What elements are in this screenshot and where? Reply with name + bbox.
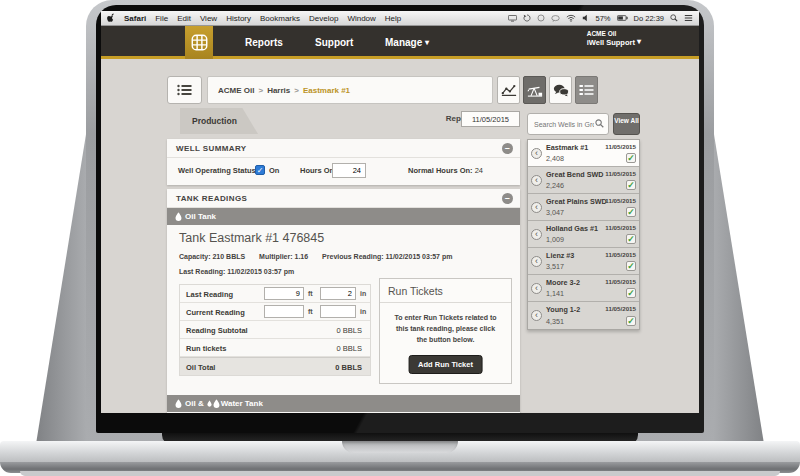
menubar-item[interactable]: Develop: [309, 14, 338, 23]
tank-readings-title: TANK READINGS: [176, 194, 247, 203]
chevron-left-icon[interactable]: ‹: [531, 175, 542, 186]
spotlight-icon[interactable]: [670, 14, 678, 22]
circle-icon[interactable]: [537, 14, 545, 22]
menubar-item[interactable]: Safari: [124, 14, 146, 23]
collapse-well-summary-button[interactable]: –: [502, 143, 513, 154]
menubar-item[interactable]: Edit: [177, 14, 191, 23]
account-menu[interactable]: ACME Oil iWell Support ▾: [587, 30, 641, 48]
well-name: Holland Gas #1: [546, 224, 598, 233]
hours-on-label: Hours On: [300, 166, 334, 175]
water-droplet-icon: [207, 400, 212, 407]
tank-readings-panel: TANK READINGS – Oil Tank Tank Eastmark #…: [167, 189, 520, 413]
display-icon[interactable]: [508, 15, 517, 22]
well-date: 11/05/2015: [605, 197, 636, 204]
well-list-toggle-button[interactable]: [167, 76, 202, 104]
breadcrumb-group[interactable]: ACME Oil: [218, 86, 254, 95]
chat-icon[interactable]: [551, 15, 560, 22]
sync-icon[interactable]: [523, 14, 531, 22]
well-value: 4,351: [546, 317, 564, 326]
search-icon: [595, 119, 604, 128]
chevron-left-icon[interactable]: ‹: [531, 256, 542, 267]
well-list-item[interactable]: ‹ Young 1-2 4,351 11/05/2015 ✓: [528, 302, 639, 329]
battery-icon[interactable]: [617, 15, 628, 21]
production-view-button[interactable]: [523, 76, 546, 104]
report-date-input[interactable]: [461, 111, 520, 127]
oil-tank-name: Tank Eastmark #1 476845: [179, 231, 324, 245]
operating-status-checkbox[interactable]: ✓: [255, 165, 265, 175]
collapse-tank-readings-button[interactable]: –: [502, 193, 513, 204]
operating-status-label: Well Operating Status: [178, 166, 256, 175]
reading-subtotal-value: 0 BBLS: [337, 326, 362, 335]
well-list: ‹ Eastmark #1 2,408 11/05/2015 ✓ ‹ Great…: [527, 139, 640, 330]
current-reading-ft-input[interactable]: [264, 305, 304, 318]
well-value: 3,047: [546, 208, 564, 217]
breadcrumb: ACME Oil > Harris > Eastmark #1: [207, 76, 493, 104]
breadcrumb-well[interactable]: Eastmark #1: [303, 86, 350, 95]
menubar-item[interactable]: Bookmarks: [260, 14, 300, 23]
chevron-down-icon: ▾: [425, 38, 429, 47]
current-reading-in-input[interactable]: [320, 305, 356, 318]
well-list-item[interactable]: ‹ Eastmark #1 2,408 11/05/2015 ✓: [528, 140, 639, 167]
volume-icon[interactable]: [582, 14, 590, 22]
chevron-left-icon[interactable]: ‹: [531, 202, 542, 213]
comments-button[interactable]: [549, 76, 572, 104]
notification-center-icon[interactable]: [684, 14, 693, 22]
chevron-left-icon[interactable]: ‹: [531, 229, 542, 240]
well-complete-checkbox[interactable]: ✓: [626, 153, 636, 163]
last-reading-ft-input[interactable]: [264, 287, 304, 300]
chevron-left-icon[interactable]: ‹: [531, 310, 542, 321]
add-run-ticket-button[interactable]: Add Run Ticket: [408, 355, 483, 374]
well-complete-checkbox[interactable]: ✓: [626, 261, 636, 271]
menubar-clock[interactable]: Do 22:39: [634, 14, 664, 23]
app-logo[interactable]: [185, 26, 213, 59]
tank-reading-table: Last Reading ft in Current Reading ft in…: [179, 284, 371, 376]
well-list-item[interactable]: ‹ Holland Gas #1 1,009 11/05/2015 ✓: [528, 221, 639, 248]
breadcrumb-lease[interactable]: Harris: [267, 86, 290, 95]
well-list-item[interactable]: ‹ Lienz #3 3,517 11/05/2015 ✓: [528, 248, 639, 275]
mac-menubar: Safari File Edit View History Bookmarks …: [101, 11, 699, 26]
oil-tank-meta: Capacity: 210 BBLS Multiplier: 1.16 Prev…: [179, 253, 452, 260]
nav-support[interactable]: Support: [315, 26, 353, 59]
run-tickets-panel: Run Tickets To enter Run Tickets related…: [379, 278, 512, 384]
nav-reports[interactable]: Reports: [245, 26, 283, 59]
oil-droplet-icon: [175, 212, 182, 221]
account-org: ACME Oil: [587, 30, 641, 38]
well-list-item[interactable]: ‹ Great Bend SWD 2,246 11/05/2015 ✓: [528, 167, 639, 194]
run-tickets-value: 0 BBLS: [337, 344, 362, 353]
well-complete-checkbox[interactable]: ✓: [626, 207, 636, 217]
menubar-item[interactable]: File: [155, 14, 168, 23]
apple-icon[interactable]: [107, 13, 115, 23]
last-reading-row: Last Reading ft in: [180, 285, 370, 303]
field-report-button[interactable]: [575, 76, 598, 104]
wifi-icon[interactable]: [566, 14, 576, 22]
menubar-item[interactable]: Window: [347, 14, 375, 23]
chevron-left-icon[interactable]: ‹: [531, 283, 542, 294]
well-list-item[interactable]: ‹ Great Plains SWD 3,047 11/05/2015 ✓: [528, 194, 639, 221]
chevron-left-icon[interactable]: ‹: [531, 148, 542, 159]
last-reading-in-input[interactable]: [320, 287, 356, 300]
nav-manage[interactable]: Manage ▾: [385, 26, 429, 59]
well-complete-checkbox[interactable]: ✓: [626, 288, 636, 298]
line-chart-icon: [501, 84, 517, 97]
well-list-item[interactable]: ‹ Moore 3-2 1,141 11/05/2015 ✓: [528, 275, 639, 302]
well-date: 11/05/2015: [605, 251, 636, 258]
well-value: 3,517: [546, 262, 564, 271]
menubar-item[interactable]: View: [200, 14, 217, 23]
well-value: 2,408: [546, 154, 564, 163]
account-user: iWell Support: [587, 38, 635, 47]
well-date: 11/05/2015: [605, 278, 636, 285]
oil-total-value: 0 BBLS: [335, 363, 362, 372]
menubar-item[interactable]: History: [226, 14, 251, 23]
view-all-button[interactable]: View All: [613, 113, 640, 135]
tab-production[interactable]: Production: [180, 108, 258, 134]
oil-tank-section-header: Oil Tank: [167, 208, 520, 225]
well-complete-checkbox[interactable]: ✓: [626, 234, 636, 244]
well-complete-checkbox[interactable]: ✓: [626, 316, 636, 326]
menubar-item[interactable]: Help: [385, 14, 401, 23]
well-complete-checkbox[interactable]: ✓: [626, 180, 636, 190]
well-date: 11/05/2015: [605, 305, 636, 312]
charts-button[interactable]: [497, 76, 520, 104]
hours-on-input[interactable]: [332, 163, 366, 178]
breadcrumb-separator: >: [294, 86, 299, 95]
well-date: 11/05/2015: [605, 170, 636, 177]
